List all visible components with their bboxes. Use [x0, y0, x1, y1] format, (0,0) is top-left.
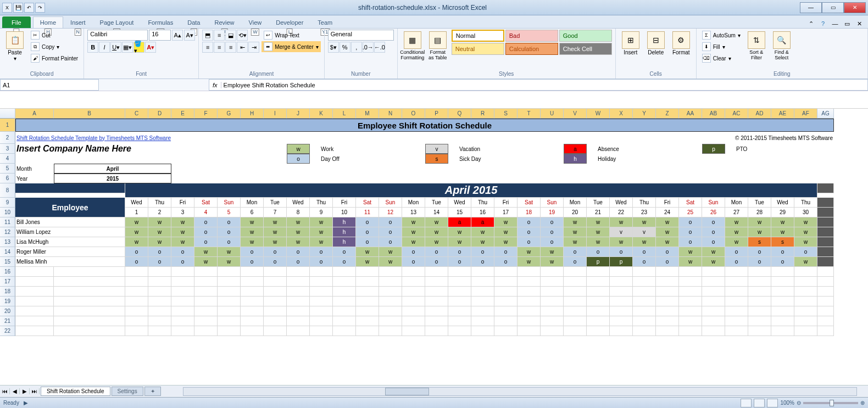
increase-decimal-button[interactable]: .0→ [363, 42, 374, 53]
view-pagebreak-button[interactable] [767, 399, 778, 407]
align-middle-button[interactable]: ≡ [214, 30, 225, 41]
format-cells-button[interactable]: ⚙Format [670, 30, 693, 66]
group-number: General $▾ % , .0→ ←.0 Number [325, 29, 398, 79]
group-alignment: ⬒ ≡ ⬓ ⟲▾ ≡ ≡ ≡ ⇤ ⇥ ↩Wrap Text ⬌Merge & C… [199, 29, 325, 79]
orientation-button[interactable]: ⟲▾ [237, 30, 248, 41]
undo-icon[interactable]: ↶ [24, 3, 34, 13]
maximize-button[interactable]: ▭ [822, 2, 844, 13]
tab-nav-next[interactable]: ▶ [20, 388, 30, 394]
sheet-tab-settings[interactable]: Settings [112, 387, 143, 396]
align-top-button[interactable]: ⬒ [202, 30, 213, 41]
bold-button[interactable]: B [87, 42, 98, 53]
style-neutral[interactable]: Neutral [452, 43, 504, 55]
font-color-button[interactable]: A▾ [145, 42, 156, 53]
minimize-button[interactable]: — [800, 2, 822, 13]
align-center-button[interactable]: ≡ [214, 42, 225, 53]
currency-button[interactable]: $▾ [328, 42, 339, 53]
excel-icon[interactable]: X [2, 3, 12, 13]
copy-button[interactable]: ⧉Copy ▾ [29, 41, 80, 52]
tab-nav-first[interactable]: ⏮ [0, 388, 10, 394]
formula-bar[interactable] [221, 82, 867, 88]
border-button[interactable]: ▦▾ [122, 42, 133, 53]
font-size-combo[interactable]: 16 [149, 30, 171, 41]
fx-icon[interactable]: fx [209, 82, 221, 88]
align-left-button[interactable]: ≡ [202, 42, 213, 53]
format-as-table-button[interactable]: ▤Format as Table [426, 30, 449, 66]
tab-nav-prev[interactable]: ◀ [10, 388, 20, 394]
decrease-indent-button[interactable]: ⇤ [237, 42, 248, 53]
window-minimize-icon[interactable]: — [831, 19, 839, 28]
status-ready: Ready [3, 400, 19, 406]
window-close-icon[interactable]: ✕ [855, 19, 864, 28]
wrap-text-button[interactable]: ↩Wrap Text [261, 30, 321, 41]
macro-record-icon[interactable]: ▶ [24, 400, 28, 406]
percent-button[interactable]: % [340, 42, 350, 53]
comma-button[interactable]: , [351, 42, 362, 53]
underline-button[interactable]: U▾ [110, 42, 121, 53]
tab-team[interactable]: TeamY1 [310, 16, 340, 28]
group-clipboard: 📋Paste▾ ✂Cut ⧉Copy ▾ 🖌Format Painter Cli… [0, 29, 84, 79]
paste-button[interactable]: 📋Paste▾ [3, 30, 26, 66]
copy-icon: ⧉ [31, 42, 40, 51]
conditional-formatting-button[interactable]: ▦Conditional Formatting [401, 30, 424, 66]
clear-button[interactable]: ⌫Clear ▾ [700, 53, 743, 64]
tab-file[interactable]: FileF [2, 16, 31, 28]
formula-bar-row: A1 fx [0, 79, 868, 91]
align-bottom-button[interactable]: ⬓ [225, 30, 236, 41]
tab-insert[interactable]: InsertN [63, 16, 93, 28]
cut-button[interactable]: ✂Cut [29, 30, 80, 41]
save-icon[interactable]: 💾 [13, 3, 23, 13]
merge-center-button[interactable]: ⬌Merge & Center ▾ [261, 41, 321, 52]
style-bad[interactable]: Bad [505, 30, 558, 42]
tab-developer[interactable]: DeveloperL [269, 16, 310, 28]
find-select-button[interactable]: 🔍Find & Select [770, 30, 793, 66]
decrease-decimal-button[interactable]: ←.0 [374, 42, 385, 53]
window-restore-icon[interactable]: ▭ [843, 19, 852, 28]
style-calculation[interactable]: Calculation [505, 43, 558, 55]
view-normal-button[interactable] [741, 399, 752, 407]
insert-cells-button[interactable]: ⊞Insert [619, 30, 642, 66]
style-check-cell[interactable]: Check Cell [559, 43, 612, 55]
number-format-combo[interactable]: General [328, 30, 394, 41]
view-layout-button[interactable] [754, 399, 765, 407]
tab-nav-last[interactable]: ⏭ [30, 388, 40, 394]
delete-cells-button[interactable]: ⊟Delete [644, 30, 667, 66]
zoom-slider[interactable] [803, 402, 858, 404]
tab-page-layout[interactable]: Page LayoutP [93, 16, 141, 28]
redo-icon[interactable]: ↷ [35, 3, 45, 13]
autosum-button[interactable]: ΣAutoSum ▾ [700, 30, 743, 41]
sort-filter-button[interactable]: ⇅Sort & Filter [745, 30, 768, 66]
tab-data[interactable]: DataA [180, 16, 207, 28]
zoom-in-button[interactable]: ⊕ [860, 400, 865, 406]
font-name-combo[interactable]: Calibri [87, 30, 148, 41]
fill-button[interactable]: ⬇Fill ▾ [700, 41, 743, 52]
tab-review[interactable]: ReviewR [207, 16, 241, 28]
zoom-out-button[interactable]: ⊖ [797, 400, 801, 406]
tab-view[interactable]: ViewW [242, 16, 269, 28]
name-box[interactable]: A1 [0, 79, 99, 91]
shrink-font-button[interactable]: A▾ [184, 30, 195, 41]
group-cells: ⊞Insert ⊟Delete ⚙Format Cells [616, 29, 697, 79]
status-bar: Ready ▶ 100% ⊖ ⊕ [0, 397, 868, 408]
style-good[interactable]: Good [559, 30, 612, 42]
fill-color-button[interactable]: 🪣▾ [133, 42, 144, 53]
close-button[interactable]: ✕ [844, 2, 866, 13]
align-right-button[interactable]: ≡ [225, 42, 236, 53]
worksheet[interactable]: ABCDEFGHIJKLMNOPQRSTUVWXYZAAABACADAEAFAG… [0, 109, 868, 385]
ribbon-minimize-icon[interactable]: ⌃ [806, 19, 815, 28]
italic-button[interactable]: I [99, 42, 110, 53]
sheet-tab-new[interactable]: ✦ [144, 387, 161, 396]
help-icon[interactable]: ? [819, 19, 827, 28]
style-normal[interactable]: Normal [452, 30, 504, 42]
horizontal-scrollbar[interactable] [183, 387, 857, 396]
sheet-tab-active[interactable]: Shift Rotation Schedule [41, 387, 110, 396]
increase-indent-button[interactable]: ⇥ [248, 42, 259, 53]
cell-styles-gallery[interactable]: Normal Bad Good Neutral Calculation Chec… [452, 30, 612, 55]
format-painter-button[interactable]: 🖌Format Painter [29, 53, 80, 64]
quick-access-toolbar: X 💾 ↶ ↷ [2, 3, 45, 13]
tab-home[interactable]: HomeH [33, 16, 63, 28]
tab-formulas[interactable]: FormulasM [141, 16, 180, 28]
group-styles: ▦Conditional Formatting ▤Format as Table… [398, 29, 616, 79]
grow-font-button[interactable]: A▴ [172, 30, 183, 41]
cut-icon: ✂ [31, 31, 40, 40]
